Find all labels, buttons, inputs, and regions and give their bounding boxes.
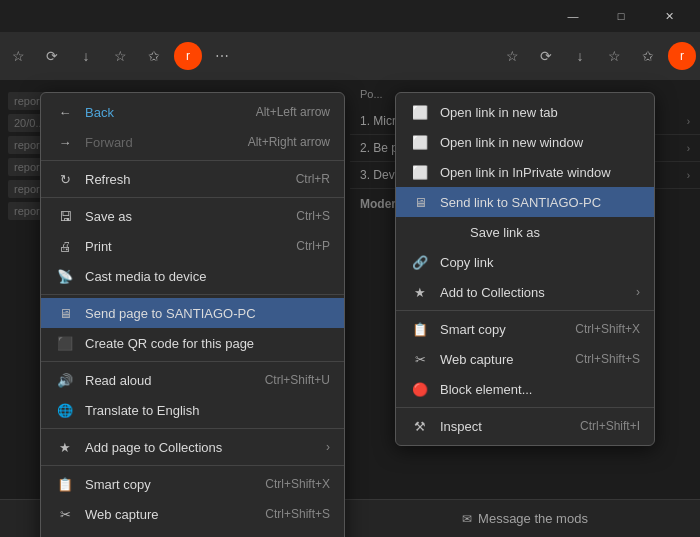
context-menu-left: ←BackAlt+Left arrow→ForwardAlt+Right arr… xyxy=(40,92,345,537)
menu-item-smartcopy[interactable]: 📋Smart copyCtrl+Shift+X xyxy=(396,314,654,344)
forward-label: Forward xyxy=(85,135,228,150)
qrcode-label: Create QR code for this page xyxy=(85,336,330,351)
refresh-label: Refresh xyxy=(85,172,276,187)
minimize-button[interactable]: — xyxy=(550,0,596,32)
menu-separator xyxy=(41,294,344,295)
inspect-label: Inspect xyxy=(440,419,560,434)
addcollections-icon: ★ xyxy=(55,437,75,457)
menu-item-readaloud[interactable]: 🔊Read aloudCtrl+Shift+U xyxy=(41,365,344,395)
webcapture-label: Web capture xyxy=(440,352,555,367)
back-toolbar-icon[interactable]: ☆ xyxy=(4,42,32,70)
history-toolbar-icon[interactable]: ✩ xyxy=(140,42,168,70)
menu-separator xyxy=(396,407,654,408)
back-icon: ← xyxy=(55,102,75,122)
menu-item-sendpage[interactable]: 🖥Send page to SANTIAGO-PC xyxy=(41,298,344,328)
menu-item-forward[interactable]: →ForwardAlt+Right arrow xyxy=(41,127,344,157)
menu-separator xyxy=(41,361,344,362)
opennewwin-label: Open link in new window xyxy=(440,135,640,150)
download-toolbar-icon[interactable]: ↓ xyxy=(566,42,594,70)
translate-label: Translate to English xyxy=(85,403,330,418)
chevron-icon: › xyxy=(687,143,690,154)
smartcopy-icon: 📋 xyxy=(55,474,75,494)
menu-item-sendlink[interactable]: 🖥Send link to SANTIAGO-PC xyxy=(396,187,654,217)
addcollections-arrow: › xyxy=(326,440,330,454)
sendlink-label: Send link to SANTIAGO-PC xyxy=(440,195,640,210)
block-label: Block element... xyxy=(440,382,640,397)
menu-item-openinprivate[interactable]: ⬜Open link in InPrivate window xyxy=(396,157,654,187)
menu-item-back[interactable]: ←BackAlt+Left arrow xyxy=(41,97,344,127)
smartcopy-shortcut: Ctrl+Shift+X xyxy=(575,322,640,336)
menu-item-saveas[interactable]: 🖫Save asCtrl+S xyxy=(41,201,344,231)
menu-item-opennewtab[interactable]: ⬜Open link in new tab xyxy=(396,97,654,127)
sendpage-label: Send page to SANTIAGO-PC xyxy=(85,306,330,321)
menu-item-block[interactable]: 🔴Block element... xyxy=(396,374,654,404)
inspect-icon: ⚒ xyxy=(410,416,430,436)
cast-icon: 📡 xyxy=(55,266,75,286)
menu-separator xyxy=(41,428,344,429)
message-mods-btn-right[interactable]: ✉ Message the mods xyxy=(350,499,700,537)
fav-toolbar-icon[interactable]: ☆ xyxy=(498,42,526,70)
readaloud-icon: 🔊 xyxy=(55,370,75,390)
savelink-icon xyxy=(440,222,460,242)
refresh-icon: ↻ xyxy=(55,169,75,189)
saveas-label: Save as xyxy=(85,209,276,224)
content-area: report 20/0... report report report repo… xyxy=(0,80,700,537)
menu-item-smartcopy[interactable]: 📋Smart copyCtrl+Shift+X xyxy=(41,469,344,499)
menu-item-savelink[interactable]: Save link as xyxy=(396,217,654,247)
cast-label: Cast media to device xyxy=(85,269,330,284)
refresh-toolbar-icon[interactable]: ↓ xyxy=(72,42,100,70)
menu-item-webcapture[interactable]: ✂Web captureCtrl+Shift+S xyxy=(41,499,344,529)
menu-item-copylink[interactable]: 🔗Copy link xyxy=(396,247,654,277)
forward-icon: → xyxy=(55,132,75,152)
menu-item-addcollections[interactable]: ★Add page to Collections› xyxy=(41,432,344,462)
menu-item-inspect[interactable]: ⚒InspectCtrl+Shift+I xyxy=(396,411,654,441)
addcollections-label: Add page to Collections xyxy=(85,440,326,455)
menu-item-opennewwin[interactable]: ⬜Open link in new window xyxy=(396,127,654,157)
saveas-shortcut: Ctrl+S xyxy=(296,209,330,223)
menu-separator xyxy=(41,197,344,198)
smartcopy-label: Smart copy xyxy=(440,322,555,337)
menu-item-webcapture[interactable]: ✂Web captureCtrl+Shift+S xyxy=(396,344,654,374)
share-toolbar-icon[interactable]: ✩ xyxy=(634,42,662,70)
maximize-button[interactable]: □ xyxy=(598,0,644,32)
envelope-icon-right: ✉ xyxy=(462,512,472,526)
menu-item-qrcode[interactable]: ⬛Create QR code for this page xyxy=(41,328,344,358)
ext-toolbar-icon[interactable]: ☆ xyxy=(600,42,628,70)
copylink-icon: 🔗 xyxy=(410,252,430,272)
toolbar-icons: ☆ ⟳ ↓ ☆ ✩ r ⋯ ☆ ⟳ ↓ ☆ ✩ r xyxy=(4,42,696,70)
chevron-icon: › xyxy=(687,170,690,181)
more-toolbar-icon[interactable]: ⋯ xyxy=(208,42,236,70)
menu-item-print[interactable]: 🖨PrintCtrl+P xyxy=(41,231,344,261)
menu-separator xyxy=(41,465,344,466)
forward-shortcut: Alt+Right arrow xyxy=(248,135,330,149)
print-shortcut: Ctrl+P xyxy=(296,239,330,253)
collections-toolbar-icon[interactable]: ⟳ xyxy=(532,42,560,70)
opennewtab-label: Open link in new tab xyxy=(440,105,640,120)
webcapture-icon: ✂ xyxy=(55,504,75,524)
sendpage-icon: 🖥 xyxy=(55,303,75,323)
smartcopy-shortcut: Ctrl+Shift+X xyxy=(265,477,330,491)
translate-icon: 🌐 xyxy=(55,400,75,420)
addcollections-label: Add to Collections xyxy=(440,285,636,300)
back-label: Back xyxy=(85,105,236,120)
smartcopy-label: Smart copy xyxy=(85,477,245,492)
menu-item-cast[interactable]: 📡Cast media to device xyxy=(41,261,344,291)
menu-item-refresh[interactable]: ↻RefreshCtrl+R xyxy=(41,164,344,194)
favicon-icon: r xyxy=(174,42,202,70)
forward-toolbar-icon[interactable]: ⟳ xyxy=(38,42,66,70)
inspect-shortcut: Ctrl+Shift+I xyxy=(580,419,640,433)
menu-item-addcollections[interactable]: ★Add to Collections› xyxy=(396,277,654,307)
menu-item-translate[interactable]: 🌐Translate to English xyxy=(41,395,344,425)
close-button[interactable]: ✕ xyxy=(646,0,692,32)
openinprivate-label: Open link in InPrivate window xyxy=(440,165,640,180)
home-toolbar-icon[interactable]: ☆ xyxy=(106,42,134,70)
profile-avatar[interactable]: r xyxy=(668,42,696,70)
browser-chrome: — □ ✕ ☆ ⟳ ↓ ☆ ✩ r ⋯ ☆ ⟳ ↓ ☆ ✩ r xyxy=(0,0,700,80)
savelink-label: Save link as xyxy=(470,225,640,240)
smartcopy-icon: 📋 xyxy=(410,319,430,339)
opennewtab-icon: ⬜ xyxy=(410,102,430,122)
saveas-icon: 🖫 xyxy=(55,206,75,226)
tab-bar: ☆ ⟳ ↓ ☆ ✩ r ⋯ ☆ ⟳ ↓ ☆ ✩ r xyxy=(0,32,700,80)
menu-item-block[interactable]: 🔴Block element... xyxy=(41,529,344,537)
menu-separator xyxy=(396,310,654,311)
